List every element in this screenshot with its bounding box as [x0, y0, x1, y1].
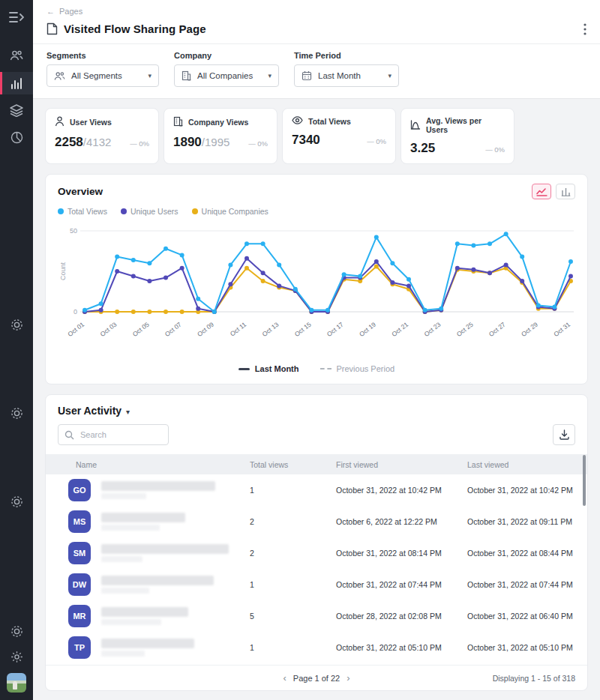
svg-text:Oct 23: Oct 23	[423, 321, 442, 338]
profile-photo[interactable]	[7, 673, 26, 693]
svg-text:Oct 11: Oct 11	[229, 321, 248, 338]
chevron-down-icon: ▾	[268, 72, 272, 79]
total-views-cell: 2	[250, 549, 336, 558]
analytics-bar-chart-icon[interactable]	[0, 72, 33, 94]
table-row[interactable]: MS 2 October 6, 2022 at 12:22 PM October…	[46, 506, 587, 537]
user-name-redacted	[101, 544, 229, 562]
search-box[interactable]	[58, 424, 169, 445]
svg-text:Oct 13: Oct 13	[261, 321, 280, 338]
line-chart-icon[interactable]	[532, 184, 551, 199]
wheel-icon[interactable]	[0, 491, 33, 512]
last-viewed-cell: October 31, 2022 at 09:11 PM	[467, 517, 587, 526]
user-name-redacted	[101, 607, 188, 625]
stat-card: Company Views 1890 /1995 — 0%	[164, 108, 278, 164]
legend-dot	[192, 208, 198, 214]
filter-segments: Segments All Segments ▾	[46, 51, 159, 87]
app: ← Pages Visited Flow Sharing Page Segmen…	[0, 0, 600, 700]
first-viewed-cell: October 31, 2022 at 07:44 PM	[336, 580, 467, 589]
avatar: MR	[68, 605, 91, 627]
menu-icon[interactable]	[0, 7, 33, 27]
col-header-last[interactable]: Last viewed	[467, 460, 587, 469]
svg-text:Oct 07: Oct 07	[164, 321, 183, 338]
chart-type-toggles	[532, 184, 575, 199]
page-title: Visited Flow Sharing Page	[64, 22, 206, 35]
displaying-label: Displaying 1 - 15 of 318	[493, 674, 575, 683]
col-header-name[interactable]: Name	[46, 460, 250, 469]
breadcrumb[interactable]: ← Pages	[46, 7, 586, 16]
download-button[interactable]	[553, 424, 575, 445]
pie-chart-icon[interactable]	[0, 127, 33, 148]
chart-legend: Total Views Unique Users Unique Companie…	[58, 207, 575, 216]
company-dropdown[interactable]: All Companies ▾	[174, 64, 279, 87]
first-viewed-cell: October 28, 2022 at 02:08 PM	[336, 612, 467, 621]
avatar: MS	[68, 510, 91, 533]
chevron-down-icon: ▾	[388, 72, 392, 79]
prev-page-icon[interactable]: ‹	[283, 673, 286, 683]
chevron-down-icon: ▾	[148, 72, 152, 79]
chart-legend-item[interactable]: Total Views	[58, 207, 107, 216]
stat-delta: — 0%	[485, 145, 505, 154]
building-icon	[173, 116, 183, 128]
kebab-menu-icon[interactable]	[584, 23, 586, 35]
col-header-first[interactable]: First viewed	[336, 460, 467, 469]
dropdown-value: All Segments	[71, 71, 122, 80]
legend-previous-period: Previous Period	[320, 364, 395, 373]
bar-chart-icon[interactable]	[556, 184, 575, 199]
user-name-redacted	[101, 639, 194, 657]
user-activity-panel: User Activity ▾ Name	[45, 394, 588, 691]
stat-card: Total Views 7340 — 0%	[282, 108, 396, 164]
svg-text:Count: Count	[59, 262, 67, 281]
table-row[interactable]: TP 1 October 31, 2022 at 05:10 PM Octobe…	[46, 632, 587, 663]
table-row[interactable]: GO 1 October 31, 2022 at 10:42 PM Octobe…	[46, 474, 587, 506]
table-row[interactable]: SM 2 October 31, 2022 at 08:14 PM Octobe…	[46, 537, 587, 569]
stat-value: 2258	[55, 135, 83, 150]
chart-legend-item[interactable]: Unique Users	[121, 207, 178, 216]
stat-delta: — 0%	[248, 139, 268, 148]
wheel-icon[interactable]	[0, 402, 33, 423]
stat-label: Company Views	[188, 118, 248, 127]
legend-label: Last Month	[255, 364, 299, 373]
chevron-down-icon[interactable]: ▾	[126, 408, 130, 416]
content: User Views 2258 /4132 — 0% Company Views…	[33, 99, 600, 700]
line-chart[interactable]: 500CountOct 01Oct 03Oct 05Oct 07Oct 09Oc…	[58, 222, 575, 355]
svg-text:Oct 05: Oct 05	[131, 321, 151, 338]
chart-legend-item[interactable]: Unique Companies	[192, 207, 268, 216]
svg-text:Oct 19: Oct 19	[358, 321, 377, 338]
segments-users-icon[interactable]	[0, 45, 33, 66]
building-icon	[182, 70, 191, 81]
back-label[interactable]: Pages	[59, 7, 82, 16]
time-period-dropdown[interactable]: Last Month ▾	[294, 64, 399, 87]
wheel-icon[interactable]	[0, 314, 33, 335]
sidebar	[0, 0, 33, 700]
back-arrow-icon: ←	[46, 7, 55, 16]
filter-label: Time Period	[294, 51, 399, 60]
legend-label: Unique Companies	[202, 207, 268, 216]
total-views-cell: 1	[250, 643, 336, 652]
first-viewed-cell: October 31, 2022 at 10:42 PM	[336, 486, 467, 495]
layers-icon[interactable]	[0, 100, 33, 121]
search-input[interactable]	[79, 429, 162, 440]
stat-delta: — 0%	[130, 139, 149, 148]
scrollbar[interactable]	[583, 455, 586, 506]
stat-delta: — 0%	[367, 137, 386, 145]
table-row[interactable]: MR 5 October 28, 2022 at 02:08 PM Octobe…	[46, 600, 587, 632]
overview-panel: Overview Total Views Unique Users	[45, 174, 588, 384]
document-icon	[46, 22, 58, 35]
dashed-line-swatch	[320, 368, 332, 369]
col-header-views[interactable]: Total views	[250, 460, 336, 469]
next-page-icon[interactable]: ›	[346, 673, 350, 683]
stat-card: User Views 2258 /4132 — 0%	[45, 108, 159, 164]
filter-label: Segments	[46, 51, 159, 60]
svg-text:Oct 15: Oct 15	[293, 321, 313, 338]
settings-gear-icon[interactable]	[0, 646, 33, 667]
segments-dropdown[interactable]: All Segments ▾	[46, 64, 159, 87]
user-name-redacted	[101, 481, 215, 499]
activity-table: Name Total views First viewed Last viewe…	[46, 454, 587, 665]
svg-text:Oct 17: Oct 17	[326, 321, 345, 338]
stat-value: 7340	[292, 133, 320, 148]
stat-total: /4132	[83, 136, 112, 148]
curve-icon	[410, 120, 421, 131]
wheel-icon[interactable]	[0, 621, 33, 642]
person-icon	[55, 116, 64, 128]
table-row[interactable]: DW 1 October 31, 2022 at 07:44 PM Octobe…	[46, 569, 587, 600]
